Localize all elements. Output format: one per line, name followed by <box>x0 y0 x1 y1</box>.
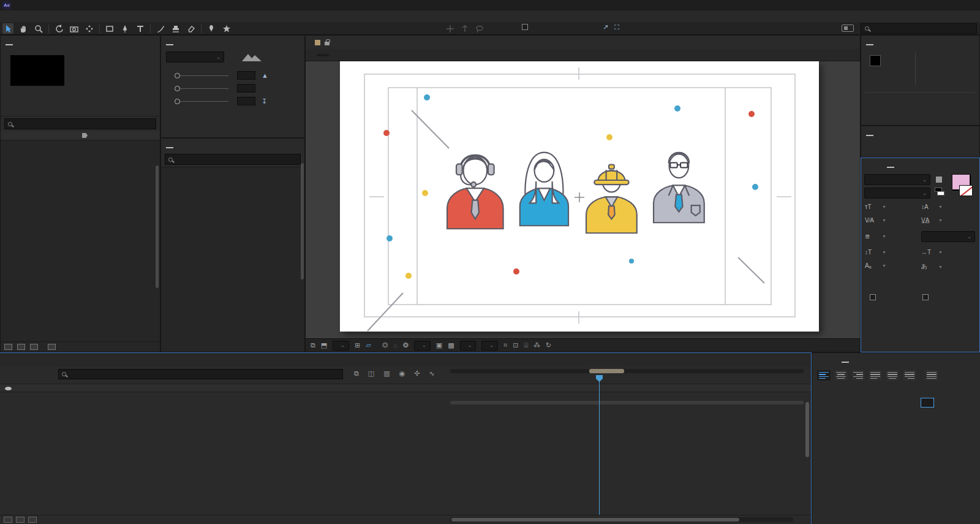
search-help-box[interactable] <box>861 23 977 34</box>
composition-mini-flowchart-icon[interactable]: ⧉ <box>354 370 359 378</box>
lock-icon[interactable] <box>325 42 330 45</box>
motion-slider-3[interactable]: ↧ <box>167 97 267 105</box>
rectangle-tool-icon[interactable] <box>104 23 115 34</box>
timeline-navigator[interactable] <box>450 369 804 373</box>
font-style-dropdown[interactable]: ⌄ <box>864 188 930 199</box>
tab-motion2[interactable] <box>166 40 173 45</box>
tab-preview[interactable] <box>866 131 873 136</box>
tab-audio[interactable] <box>894 40 902 45</box>
hindi-digits-checkbox[interactable] <box>922 294 929 300</box>
project-column-headers[interactable] <box>1 131 160 140</box>
expand-inout-icon[interactable] <box>16 517 24 523</box>
effects-scrollbar[interactable] <box>301 163 304 279</box>
slider-value-1[interactable] <box>237 71 255 80</box>
flowchart-icon[interactable]: ⧉ <box>311 341 315 349</box>
vertical-scale-control[interactable]: ↕T ▼ <box>865 249 886 256</box>
selection-tool-icon[interactable] <box>2 23 13 34</box>
no-stroke-swatch[interactable] <box>959 185 973 196</box>
maximize-button[interactable] <box>926 0 953 10</box>
stroke-style-dropdown[interactable]: ⌄ <box>921 231 975 242</box>
reset-exposure-icon[interactable]: ↻ <box>546 341 551 349</box>
zoom-arrows-icon[interactable]: ↗ <box>603 23 608 31</box>
clone-stamp-tool-icon[interactable] <box>170 23 181 34</box>
camera-tool-icon[interactable] <box>69 23 80 34</box>
project-search-input[interactable] <box>4 118 156 129</box>
font-size-control[interactable]: ᴛT ▼ <box>865 203 886 210</box>
horizontal-scale-control[interactable]: ↔T ▼ <box>921 249 943 256</box>
motion-preset-dropdown[interactable]: ⌄ <box>166 51 224 63</box>
comp-flowchart-icon[interactable]: ⁂ <box>533 341 540 349</box>
effects-search-input[interactable] <box>165 154 301 165</box>
snapping-checkbox[interactable] <box>522 24 528 30</box>
tsume-control[interactable]: あ ▼ <box>921 262 943 271</box>
mountains-icon[interactable] <box>241 51 263 64</box>
pixel-aspect-icon[interactable]: ⌗ <box>503 341 507 349</box>
show-snapshot-icon[interactable]: ◌ <box>393 342 398 349</box>
new-composition-icon[interactable] <box>30 344 38 350</box>
justify-all-button[interactable] <box>925 370 938 381</box>
motion-slider-1[interactable]: ▲ <box>167 71 268 80</box>
camera-dropdown[interactable]: ⌄ <box>460 341 477 351</box>
grid-guides-icon[interactable]: ⊞ <box>355 341 360 349</box>
motion-blur-icon[interactable]: ✣ <box>414 370 420 378</box>
rotation-tool-icon[interactable] <box>53 23 64 34</box>
motion-slider-2[interactable] <box>167 84 262 93</box>
ligatures-checkbox-row[interactable] <box>870 294 880 300</box>
anchor-icon[interactable]: ↧ <box>262 97 267 105</box>
playhead-line[interactable] <box>599 375 600 515</box>
fill-stroke-swatches[interactable] <box>935 188 944 196</box>
project-scrollbar[interactable] <box>156 165 159 288</box>
timeline-button-icon[interactable]: ⍗ <box>524 341 528 349</box>
rtl-direction-button[interactable] <box>937 398 949 407</box>
stroke-width-control[interactable]: ≣ ▼ <box>865 233 886 240</box>
video-column-icon[interactable] <box>5 387 12 390</box>
timeline-horizontal-scrollbar[interactable] <box>450 517 793 522</box>
tab-paragraph[interactable] <box>842 357 849 363</box>
eraser-tool-icon[interactable] <box>186 23 197 34</box>
transparency-grid-icon[interactable]: ▩ <box>448 341 454 349</box>
tab-tracker[interactable] <box>817 358 824 362</box>
expand-transfer-controls-icon[interactable] <box>4 517 12 523</box>
baseline-shift-control[interactable]: Aₐ ▼ <box>865 262 886 269</box>
timeline-vertical-scrollbar[interactable] <box>805 402 809 457</box>
justify-last-right-button[interactable] <box>903 370 916 381</box>
brush-tool-icon[interactable] <box>155 23 166 34</box>
slider-value-2[interactable] <box>237 84 255 93</box>
draft-3d-icon[interactable]: ◫ <box>368 370 374 378</box>
pen-tool-icon[interactable] <box>119 23 130 34</box>
region-of-interest-icon[interactable]: ⛶ <box>614 23 619 31</box>
slider-value-3[interactable] <box>237 97 255 105</box>
region-of-interest-icon[interactable]: ▣ <box>436 341 442 349</box>
workspace-icon[interactable] <box>842 25 854 32</box>
justify-last-left-button[interactable] <box>869 370 882 381</box>
navigator-handle[interactable] <box>589 369 625 373</box>
tab-character[interactable] <box>887 162 894 168</box>
tab-effects-presets[interactable] <box>166 143 173 148</box>
minimize-button[interactable] <box>899 0 926 10</box>
leading-control[interactable]: ↕A ▼ <box>921 203 943 210</box>
resolution-dropdown[interactable]: ⌄ <box>414 341 431 351</box>
mask-visibility-icon[interactable]: ▱ <box>366 341 371 349</box>
pan-behind-tool-icon[interactable] <box>84 23 95 34</box>
trash-icon[interactable] <box>48 344 56 350</box>
rocket-icon[interactable]: ▲ <box>262 72 268 79</box>
time-ruler[interactable] <box>450 384 804 392</box>
align-center-button[interactable] <box>834 370 848 381</box>
frame-blending-icon[interactable]: ◉ <box>399 370 405 378</box>
new-folder-icon[interactable] <box>17 344 25 350</box>
tab-libraries[interactable] <box>866 163 873 167</box>
type-tool-icon[interactable] <box>135 23 146 34</box>
star-tool-icon[interactable] <box>221 23 232 34</box>
eyedropper-icon[interactable] <box>936 177 942 183</box>
justify-last-center-button[interactable] <box>886 370 899 381</box>
view-layout-dropdown[interactable]: ⌄ <box>481 341 498 351</box>
close-button[interactable] <box>953 0 980 10</box>
monitor-icon[interactable]: ⬒ <box>321 341 327 349</box>
snapshot-camera-icon[interactable]: ⏣ <box>382 341 388 349</box>
graph-editor-icon[interactable]: ∿ <box>429 370 435 378</box>
expand-render-time-icon[interactable] <box>28 517 37 523</box>
align-right-button[interactable] <box>851 370 865 381</box>
label-column-icon[interactable] <box>82 133 88 138</box>
channels-icon[interactable]: ❂ <box>403 341 409 349</box>
work-area-bar[interactable] <box>450 401 804 404</box>
